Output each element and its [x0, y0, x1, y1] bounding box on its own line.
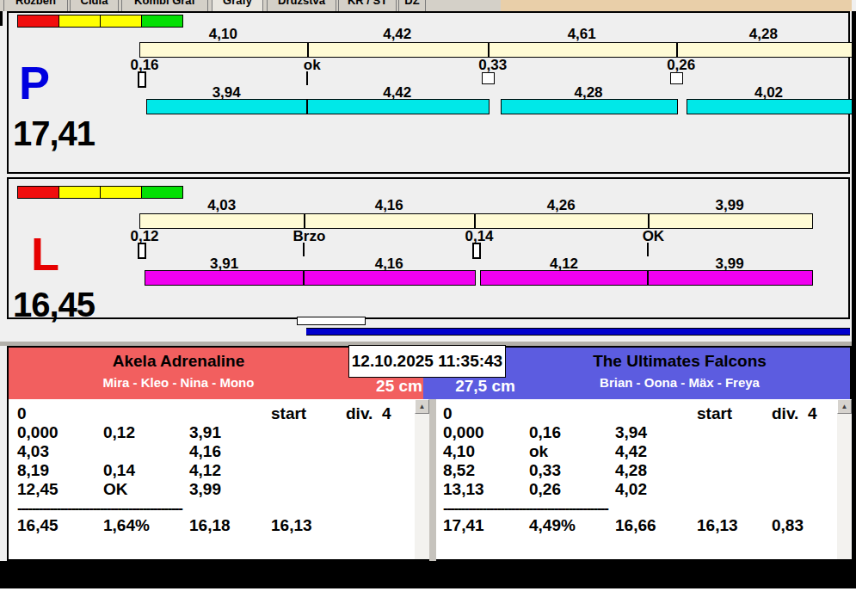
table-scrollbar[interactable]: ▲: [837, 399, 852, 559]
change-time-label: 0,26: [643, 58, 720, 72]
change-marker-rect: [138, 243, 146, 259]
table-cell: 8,19: [17, 461, 49, 480]
splits-table-right: 0startdiv. 40,0000,163,944,10ok4,428,520…: [436, 399, 852, 559]
tab-bar: RozběhČidlaKombi GrafGrafyDružstvaKR / S…: [0, 0, 501, 11]
team-dogs-right: Brian - Oona - Mäx - Freya: [509, 375, 850, 390]
status-lights: [17, 15, 183, 28]
change-time-label: 0,16: [106, 58, 183, 72]
table-cell: 0,33: [529, 461, 561, 480]
table-total-cell: 17,41: [443, 516, 484, 535]
tab-dru-stva[interactable]: Družstva: [267, 0, 336, 11]
status-lights: [17, 186, 183, 199]
change-marker-square: [670, 72, 683, 84]
status-light-1: [59, 187, 101, 198]
run-time-label: 3,99: [691, 256, 768, 271]
team-name-right: The Ultimates Falcons: [509, 352, 850, 371]
table-total-cell: 16,13: [271, 516, 312, 535]
run-time-label: 3,94: [188, 85, 265, 100]
lane-total-time: 16,45: [13, 287, 95, 322]
table-total-cell: 1,64%: [103, 516, 150, 535]
split-time-label: 4,26: [522, 198, 600, 213]
table-cell: OK: [103, 480, 128, 499]
change-time-label: 0,14: [440, 229, 518, 243]
status-light-0: [18, 15, 59, 27]
table-cell: 3,99: [189, 480, 221, 499]
run-bar: [687, 99, 853, 114]
table-cell: ok: [529, 442, 548, 461]
status-light-2: [101, 15, 142, 27]
split-tick: [488, 42, 490, 58]
split-time-label: 4,03: [183, 198, 261, 213]
status-light-0: [18, 187, 59, 198]
table-total-cell: 16,18: [189, 516, 231, 535]
tab-dz[interactable]: DZ: [398, 0, 426, 11]
lane-total-time: 17,41: [13, 116, 95, 151]
split-tick: [304, 213, 305, 229]
table-cell: 4,42: [615, 442, 647, 461]
status-light-3: [142, 15, 182, 27]
split-tick: [307, 42, 309, 58]
table-cell: 0,000: [443, 423, 484, 442]
run-bar: [480, 270, 650, 286]
run-bar: [146, 99, 309, 114]
table-cell: 3,91: [189, 423, 221, 442]
table-cell: 0,16: [529, 423, 561, 442]
lane-letter: L: [31, 232, 59, 275]
table-total-cell: 16,66: [615, 516, 656, 535]
run-time-label: 4,12: [526, 256, 603, 271]
split-time-label: 4,10: [184, 27, 262, 41]
change-time-label: 0,33: [454, 58, 532, 72]
tab-grafy[interactable]: Grafy: [212, 0, 263, 11]
table-cell: 0,12: [103, 423, 135, 442]
progress-indicator: [297, 317, 366, 325]
run-graph-panel-left-lane: 4,030,123,914,16Brzo4,164,260,144,123,99…: [7, 177, 850, 319]
app-window: RozběhČidlaKombi GrafGrafyDružstvaKR / S…: [0, 0, 856, 616]
table-cell: 4,10: [443, 442, 475, 461]
table-cell: 4,28: [615, 461, 647, 480]
run-graph-panel-right-lane: 4,100,163,944,42ok4,424,610,334,284,280,…: [7, 11, 850, 174]
run-bar: [501, 99, 677, 114]
table-header-cell: div. 4: [346, 404, 391, 423]
table-cell: 4,02: [615, 480, 647, 499]
split-tick: [648, 213, 650, 229]
split-time-label: 4,42: [359, 27, 436, 41]
change-marker-rect: [138, 71, 146, 88]
scrollbar-up-button[interactable]: ▲: [837, 399, 852, 414]
tab-bar-filler: [501, 0, 852, 11]
table-cell: 0,26: [529, 480, 561, 499]
split-time-label: 4,16: [350, 198, 428, 213]
table-scrollbar[interactable]: ▲: [415, 399, 429, 559]
table-header-cell: start: [271, 404, 306, 423]
timeline-bar: [306, 328, 850, 336]
run-time-label: 3,91: [186, 256, 263, 271]
scrollbar-up-button[interactable]: ▲: [415, 399, 429, 414]
table-separator: ----------------------------------------…: [17, 500, 262, 517]
tab-kr-st[interactable]: KR / ST: [338, 0, 397, 11]
table-cell: 0,000: [17, 423, 59, 442]
table-cell: 4,16: [189, 442, 221, 461]
change-marker-line: [306, 71, 308, 85]
split-tick: [474, 213, 476, 229]
split-bar: [139, 213, 813, 229]
run-bar: [648, 270, 813, 286]
tab-rozb-h[interactable]: Rozběh: [3, 0, 68, 11]
splits-table-left: 0startdiv. 40,0000,123,914,034,168,190,1…: [10, 399, 429, 559]
table-cell: 12,45: [17, 480, 59, 499]
status-light-3: [142, 187, 182, 198]
datetime-display: 12.10.2025 11:35:43: [348, 345, 506, 378]
table-cell: 8,52: [443, 461, 475, 480]
change-time-label: OK: [614, 229, 692, 243]
split-time-label: 4,28: [724, 27, 802, 41]
change-marker-square: [482, 72, 495, 84]
tab--idla[interactable]: Čidla: [70, 0, 119, 11]
tab-kombi-graf[interactable]: Kombi Graf: [121, 0, 208, 11]
table-total-cell: 4,49%: [529, 516, 576, 535]
split-time-label: 3,99: [691, 198, 768, 213]
table-total-cell: 16,13: [697, 516, 738, 535]
table-header-cell: div. 4: [772, 404, 816, 423]
bottom-black-band: [0, 561, 856, 588]
table-cell: 4,12: [189, 461, 221, 480]
run-bar-divider: [647, 270, 649, 286]
change-marker-rect: [472, 243, 481, 259]
split-tick: [676, 42, 678, 58]
